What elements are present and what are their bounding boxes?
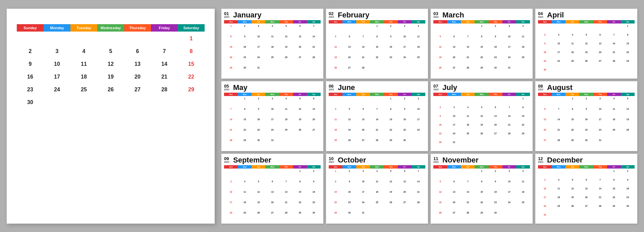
small-day-cell: 1: [384, 97, 398, 107]
small-day-cell: 3: [538, 178, 552, 187]
small-day-cell: 7: [607, 33, 621, 42]
small-day-cell: [433, 169, 447, 180]
small-day-header-fri: Fri: [398, 93, 412, 96]
small-day-cell: 5: [433, 35, 447, 45]
small-day-cell: [607, 24, 621, 33]
small-day-cell: 14: [279, 190, 293, 200]
small-day-cell: 12: [384, 180, 398, 190]
small-day-header-sun: Sun: [433, 165, 447, 169]
small-day-cell: 24: [552, 59, 566, 68]
small-day-cell: [447, 97, 461, 105]
large-day-cell: [44, 34, 70, 44]
small-day-cell: 7: [370, 107, 384, 118]
small-day-cell: 17: [593, 118, 607, 128]
small-day-cell: 4: [370, 169, 384, 180]
small-day-header-sat: Sat: [621, 165, 635, 169]
small-day-cell: 24: [593, 128, 607, 138]
small-day-cell: 5: [279, 24, 293, 35]
small-day-cell: 5: [384, 169, 398, 180]
small-day-cell: 15: [516, 114, 530, 123]
small-month-name: February: [338, 11, 369, 19]
small-day-cell: 1: [566, 97, 579, 107]
small-calendar-april: 042023AprilSunMonTueWedThuFriSat12345678…: [535, 9, 637, 79]
small-day-cell: 11: [566, 42, 579, 50]
small-day-header-thu: Thu: [384, 93, 398, 96]
small-day-cell: 19: [384, 190, 398, 200]
small-day-header-wed: Wed: [265, 165, 279, 169]
small-day-cell: 21: [370, 128, 384, 138]
small-month-num: 052023: [224, 84, 231, 91]
small-day-cell: 12: [566, 187, 579, 195]
small-day-cell: 20: [579, 195, 593, 204]
small-calendars-grid: 012023JanuarySunMonTueWedThuFriSat123456…: [221, 9, 637, 224]
small-day-cell: 19: [433, 55, 447, 66]
small-day-cell: 22: [238, 128, 252, 138]
small-day-cell: 14: [461, 190, 475, 200]
small-day-cell: 13: [489, 114, 502, 123]
small-day-header-wed: Wed: [475, 165, 488, 169]
large-day-cell: 19: [97, 72, 124, 82]
small-day-cell: 27: [265, 211, 279, 221]
small-day-cell: 27: [447, 211, 461, 221]
small-day-cell: [433, 24, 447, 35]
small-day-cell: 14: [370, 118, 384, 128]
small-day-cell: 30: [621, 204, 635, 213]
small-month-num: 122023: [538, 156, 545, 163]
small-day-cell: [538, 97, 552, 107]
small-day-header-mon: Mon: [238, 20, 252, 24]
small-day-cell: 3: [224, 180, 238, 190]
small-day-cell: 27: [579, 204, 593, 213]
small-day-cell: [502, 97, 516, 105]
small-day-cell: 17: [502, 190, 516, 200]
small-day-cell: 4: [607, 97, 621, 107]
small-day-cell: 2: [489, 169, 502, 180]
small-day-header-mon: Mon: [447, 165, 461, 169]
large-day-cell: [124, 34, 151, 44]
small-day-cell: 2: [489, 24, 502, 35]
small-day-cell: 26: [566, 204, 579, 213]
large-day-cell: 9: [17, 59, 44, 69]
small-day-cell: 21: [461, 55, 475, 66]
small-month-num: 062023: [329, 84, 336, 91]
small-day-cell: 12: [621, 107, 635, 118]
small-day-cell: 18: [516, 45, 530, 55]
small-day-header-wed: Wed: [370, 165, 384, 169]
small-day-cell: 21: [552, 128, 566, 138]
small-day-cell: 31: [593, 138, 607, 149]
small-day-cell: 17: [356, 190, 370, 200]
small-day-cell: 17: [265, 118, 279, 128]
small-day-cell: [265, 169, 279, 180]
small-year-label: 2023: [538, 88, 545, 91]
small-cal-header: 122023December: [538, 156, 635, 164]
small-day-cell: 16: [538, 50, 552, 59]
small-day-cell: 9: [398, 107, 412, 118]
large-day-cell: 4: [70, 46, 97, 56]
small-day-cell: [489, 97, 502, 105]
small-day-cell: 6: [307, 97, 321, 107]
small-day-cell: 25: [329, 138, 342, 149]
small-day-cell: 15: [329, 190, 342, 200]
small-day-cell: 14: [412, 180, 425, 190]
small-day-cell: 25: [516, 200, 530, 211]
small-day-cell: 28: [552, 138, 566, 149]
small-day-cell: 8: [238, 107, 252, 118]
small-day-cell: [593, 24, 607, 33]
small-day-cell: 19: [329, 55, 342, 66]
small-day-header-wed: Wed: [370, 93, 384, 96]
large-day-cell: 8: [178, 46, 205, 56]
small-day-header-tue: Tue: [356, 93, 370, 96]
small-day-cell: 23: [433, 132, 447, 140]
small-day-cell: [552, 169, 566, 178]
small-day-header-fri: Fri: [502, 20, 516, 24]
small-day-cell: 11: [265, 35, 279, 45]
small-day-headers: SunMonTueWedThuFriSat: [433, 20, 530, 24]
small-day-header-wed: Wed: [475, 20, 488, 24]
small-day-cell: 12: [433, 45, 447, 55]
small-day-cell: 27: [307, 128, 321, 138]
small-month-num: 082023: [538, 84, 545, 91]
small-day-cell: 4: [566, 33, 579, 42]
small-day-cell: 28: [307, 55, 321, 66]
small-day-cell: [475, 97, 488, 105]
small-day-cell: 29: [238, 138, 252, 149]
small-day-cell: 25: [461, 132, 475, 140]
